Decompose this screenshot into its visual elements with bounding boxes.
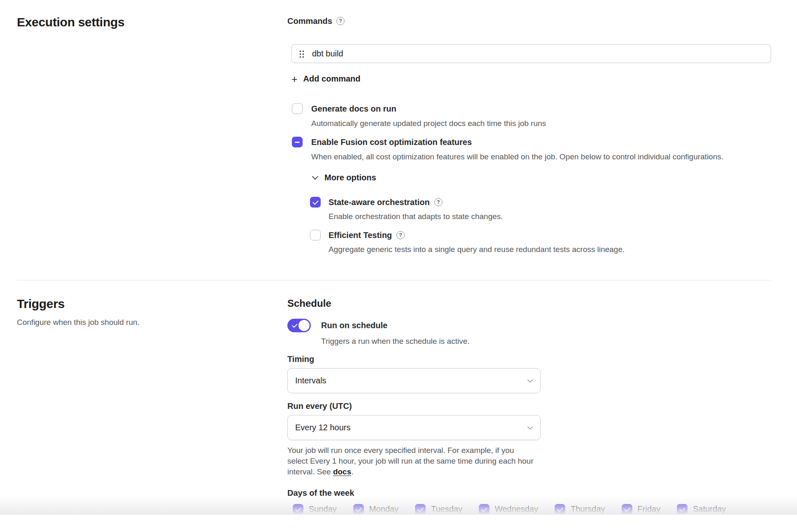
- efficient-testing-label-row: Efficient Testing ?: [329, 230, 625, 240]
- commands-label-row: Commands ?: [287, 16, 771, 26]
- state-aware-row: State-aware orchestration ? Enable orche…: [287, 197, 771, 222]
- interval-help-after: .: [351, 467, 353, 476]
- fusion-cost-body: Enable Fusion cost optimization features…: [311, 137, 723, 162]
- run-on-schedule-row: Run on schedule Triggers a run when the …: [287, 319, 771, 346]
- efficient-testing-label[interactable]: Efficient Testing: [329, 230, 392, 240]
- run-on-schedule-description: Triggers a run when the schedule is acti…: [321, 336, 469, 346]
- generate-docs-row: Generate docs on run Automatically gener…: [287, 103, 771, 128]
- generate-docs-description: Automatically generate updated project d…: [311, 119, 546, 128]
- command-value[interactable]: dbt build: [312, 49, 343, 58]
- fusion-cost-row: Enable Fusion cost optimization features…: [287, 137, 771, 162]
- wednesday-label: Wednesday: [495, 504, 538, 514]
- state-aware-label-row: State-aware orchestration ?: [329, 197, 503, 208]
- state-aware-description: Enable orchestration that adapts to stat…: [329, 212, 503, 222]
- friday-checkbox[interactable]: [622, 504, 632, 515]
- fusion-cost-checkbox[interactable]: [292, 137, 303, 147]
- saturday-label: Saturday: [693, 504, 726, 514]
- more-options-label: More options: [324, 173, 376, 182]
- triggers-subtitle: Configure when this job should run.: [17, 317, 287, 327]
- drag-handle-icon[interactable]: [299, 49, 304, 58]
- state-aware-help-icon[interactable]: ?: [434, 198, 443, 206]
- timing-label: Timing: [287, 354, 771, 364]
- more-options-panel: State-aware orchestration ? Enable orche…: [287, 197, 771, 254]
- efficient-testing-description: Aggregate generic tests into a single qu…: [329, 245, 625, 254]
- generate-docs-body: Generate docs on run Automatically gener…: [311, 103, 546, 128]
- triggers-left-col: Triggers Configure when this job should …: [17, 297, 287, 515]
- state-aware-checkbox[interactable]: [310, 197, 321, 208]
- tuesday-checkbox[interactable]: [415, 504, 426, 515]
- monday-checkbox[interactable]: [353, 504, 364, 515]
- day-item-thursday[interactable]: Thursday: [555, 504, 605, 515]
- docs-link[interactable]: docs: [333, 467, 351, 476]
- day-item-saturday[interactable]: Saturday: [677, 504, 726, 515]
- state-aware-body: State-aware orchestration ? Enable orche…: [329, 197, 503, 222]
- add-command-button[interactable]: + Add command: [291, 74, 361, 84]
- execution-settings-title: Execution settings: [17, 16, 287, 29]
- schedule-heading: Schedule: [287, 297, 771, 310]
- state-aware-label[interactable]: State-aware orchestration: [329, 197, 430, 208]
- chevron-down-icon: [527, 424, 533, 429]
- interval-help-before: Your job will run once every specified i…: [287, 446, 534, 476]
- timing-select-value: Intervals: [295, 376, 326, 385]
- triggers-content: Schedule Run on schedule Triggers a run …: [287, 297, 771, 515]
- friday-label: Friday: [638, 504, 661, 514]
- section-divider: [17, 280, 771, 280]
- efficient-testing-checkbox[interactable]: [310, 230, 321, 240]
- plus-icon: +: [291, 75, 298, 83]
- run-every-select[interactable]: Every 12 hours: [287, 415, 541, 440]
- days-of-week-row: Sunday Monday Tuesday Wednesday Thursday: [287, 504, 771, 515]
- efficient-testing-body: Efficient Testing ? Aggregate generic te…: [329, 230, 625, 254]
- more-options-toggle[interactable]: More options: [313, 173, 376, 182]
- chevron-down-icon: [527, 377, 533, 383]
- day-item-tuesday[interactable]: Tuesday: [415, 504, 462, 515]
- day-item-monday[interactable]: Monday: [353, 504, 398, 515]
- execution-settings-section: Execution settings Commands ? dbt build …: [17, 16, 771, 254]
- sunday-label: Sunday: [309, 504, 337, 514]
- add-command-label: Add command: [303, 74, 361, 84]
- execution-settings-content: Commands ? dbt build + Add command Gener…: [287, 16, 771, 254]
- commands-label: Commands: [287, 16, 332, 26]
- interval-help-text: Your job will run once every specified i…: [287, 445, 534, 477]
- days-of-week-label: Days of the week: [287, 488, 771, 498]
- run-on-schedule-body: Run on schedule Triggers a run when the …: [321, 319, 469, 346]
- run-on-schedule-toggle[interactable]: [287, 319, 311, 332]
- command-input[interactable]: dbt build: [291, 44, 771, 63]
- wednesday-checkbox[interactable]: [479, 504, 489, 515]
- run-every-select-value: Every 12 hours: [295, 423, 351, 432]
- commands-help-icon[interactable]: ?: [336, 17, 345, 25]
- efficient-testing-help-icon[interactable]: ?: [396, 231, 405, 239]
- thursday-checkbox[interactable]: [555, 504, 565, 515]
- triggers-section: Triggers Configure when this job should …: [17, 297, 771, 515]
- fusion-cost-label[interactable]: Enable Fusion cost optimization features: [311, 137, 723, 147]
- toggle-knob: [298, 320, 310, 331]
- run-every-label: Run every (UTC): [287, 401, 771, 411]
- triggers-title: Triggers: [17, 297, 287, 310]
- timing-select[interactable]: Intervals: [287, 368, 541, 393]
- day-item-sunday[interactable]: Sunday: [293, 504, 337, 515]
- saturday-checkbox[interactable]: [677, 504, 687, 515]
- fusion-cost-description: When enabled, all cost optimization feat…: [311, 152, 723, 162]
- generate-docs-label[interactable]: Generate docs on run: [311, 103, 546, 114]
- sunday-checkbox[interactable]: [293, 504, 303, 515]
- execution-settings-left-col: Execution settings: [17, 16, 287, 254]
- efficient-testing-row: Efficient Testing ? Aggregate generic te…: [287, 230, 771, 254]
- generate-docs-checkbox[interactable]: [292, 103, 303, 114]
- monday-label: Monday: [369, 504, 398, 514]
- job-settings-page: Execution settings Commands ? dbt build …: [0, 0, 797, 515]
- thursday-label: Thursday: [571, 504, 605, 514]
- tuesday-label: Tuesday: [431, 504, 462, 514]
- day-item-friday[interactable]: Friday: [622, 504, 661, 515]
- run-on-schedule-label[interactable]: Run on schedule: [321, 319, 469, 332]
- day-item-wednesday[interactable]: Wednesday: [479, 504, 538, 515]
- chevron-down-icon: [312, 173, 319, 180]
